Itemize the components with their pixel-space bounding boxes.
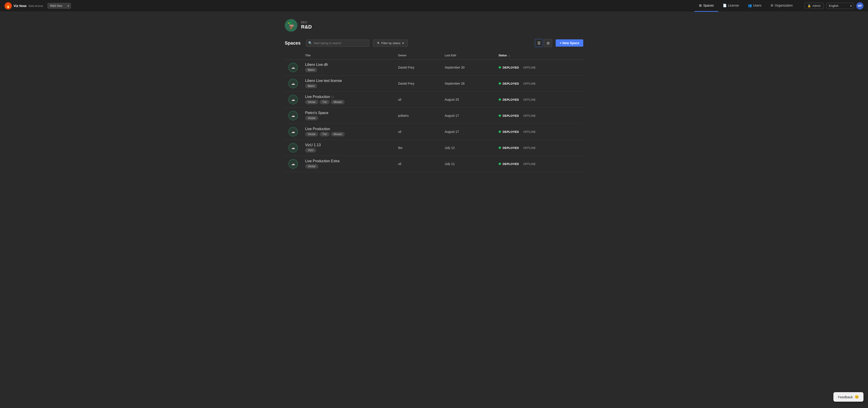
space-status-cell: DEPLOYED OFFLINE — [495, 92, 583, 108]
space-last-edit: July 12 — [441, 140, 495, 156]
status-dot — [499, 66, 501, 68]
admin-button[interactable]: 🔒 Admin — [804, 3, 824, 9]
language-selector-wrap[interactable]: English — [827, 3, 854, 9]
space-icon-cell: ☁ — [285, 92, 302, 108]
search-input[interactable] — [306, 39, 369, 47]
space-name-text: Pietro's Space — [305, 111, 329, 115]
nav-link-organization[interactable]: ⚙ Organization — [766, 0, 797, 12]
space-name-cell: Live ProductionVectarTrioMosart — [302, 124, 395, 140]
space-tags: Vectar — [305, 164, 391, 169]
env-selector-wrap[interactable]: R&D Dev Production Staging — [48, 3, 71, 9]
status-offline-label: OFFLINE — [523, 162, 536, 166]
top-navigation: 🔥 Viz Now Early Access R&D Dev Productio… — [0, 0, 868, 12]
space-status-cell: DEPLOYED OFFLINE — [495, 108, 583, 124]
space-status-cell: DEPLOYED OFFLINE — [495, 124, 583, 140]
status-deployed-label: DEPLOYED — [503, 82, 519, 85]
status-offline-label: OFFLINE — [523, 98, 536, 101]
nav-link-license[interactable]: 📄 License — [718, 0, 743, 12]
feedback-button[interactable]: Feedback 😊 — [833, 392, 864, 402]
list-view-button[interactable]: ☰ — [535, 39, 543, 47]
space-status-cell: DEPLOYED OFFLINE — [495, 156, 583, 172]
sort-arrow-icon: ↓ — [508, 54, 510, 57]
search-wrap: 🔍 — [306, 39, 369, 47]
nav-right: 🔒 Admin English WF — [804, 2, 864, 9]
space-tag: Vectar — [305, 116, 318, 120]
space-name-text: Live Production — [305, 127, 330, 131]
license-doc-icon: 📄 — [723, 4, 727, 7]
users-group-icon: 👥 — [748, 4, 752, 7]
org-name: R&D — [301, 24, 312, 30]
nav-links: ⊞ Spaces 📄 License 👥 Users ⚙ Organizatio… — [694, 0, 797, 12]
space-cloud-icon: ☁ — [288, 127, 298, 137]
space-last-edit: September 30 — [441, 60, 495, 76]
table-row[interactable]: ☁Live Production ExtraVectaruliJuly 11 D… — [285, 156, 583, 172]
space-status-cell: DEPLOYED OFFLINE — [495, 140, 583, 156]
table-row[interactable]: ☁Live ProductionVectarTrioMosartuliAugus… — [285, 124, 583, 140]
space-name-text: Live Production Extra — [305, 159, 339, 163]
table-row[interactable]: ☁Live Production⬡VectarTrioMosartuliAugu… — [285, 92, 583, 108]
status-deployed-label: DEPLOYED — [503, 114, 519, 117]
share-icon: ⬡ — [331, 95, 334, 99]
grid-view-button[interactable]: ⊞ — [544, 39, 552, 47]
env-selector[interactable]: R&D Dev Production Staging — [48, 3, 71, 9]
space-tag: Vectar — [305, 164, 318, 169]
spaces-title: Spaces — [285, 40, 301, 46]
status-offline-label: OFFLINE — [523, 114, 536, 117]
space-last-edit: August 25 — [441, 92, 495, 108]
org-icon: 🦆 — [285, 19, 298, 32]
brand-name: Viz Now — [13, 4, 27, 8]
language-selector[interactable]: English — [827, 3, 854, 9]
table-row[interactable]: ☁Pietro's SpaceVectarpribeiroAugust 17 D… — [285, 108, 583, 124]
space-name-cell: Live Production⬡VectarTrioMosart — [302, 92, 395, 108]
space-name-text: VizU 1.13 — [305, 143, 321, 147]
space-tag: Trio — [319, 100, 330, 104]
space-tag: Vectar — [305, 132, 318, 137]
status-dot — [499, 147, 501, 149]
space-last-edit: August 17 — [441, 108, 495, 124]
table-header-row: Title Owner Last Edit Status ↓ — [285, 52, 583, 60]
table-row[interactable]: ☁Libero Live dfrliberoDaniel FreySeptemb… — [285, 60, 583, 76]
space-name-cell: Libero Live dfrlibero — [302, 60, 395, 76]
viz-now-logo-icon: 🔥 — [4, 2, 12, 9]
space-name-text: Libero Live test license — [305, 79, 342, 83]
status-dot — [499, 163, 501, 165]
space-icon-cell: ☁ — [285, 60, 302, 76]
space-last-edit: August 17 — [441, 124, 495, 140]
new-space-button[interactable]: + New Space — [556, 39, 583, 47]
status-deployed-label: DEPLOYED — [503, 98, 519, 101]
user-avatar[interactable]: WF — [856, 2, 864, 9]
table-row[interactable]: ☁Libero Live test licenseliberoDaniel Fr… — [285, 76, 583, 92]
space-tags: Vectar — [305, 116, 391, 120]
space-status-cell: DEPLOYED OFFLINE — [495, 76, 583, 92]
search-icon: 🔍 — [308, 41, 312, 45]
nav-link-users[interactable]: 👥 Users — [743, 0, 766, 12]
space-owner: pribeiro — [395, 108, 441, 124]
space-icon-cell: ☁ — [285, 124, 302, 140]
brand-badge: Early Access — [29, 4, 43, 7]
status-offline-label: OFFLINE — [523, 146, 536, 150]
space-tags: VectarTrioMosart — [305, 100, 391, 104]
org-title-block: Dev R&D — [301, 21, 312, 30]
col-status[interactable]: Status ↓ — [495, 52, 583, 60]
status-deployed-label: DEPLOYED — [503, 162, 519, 166]
space-owner: Daniel Frey — [395, 76, 441, 92]
status-offline-label: OFFLINE — [523, 66, 536, 69]
space-name-cell: Live Production ExtraVectar — [302, 156, 395, 172]
lock-icon: 🔒 — [807, 4, 811, 7]
nav-link-spaces[interactable]: ⊞ Spaces — [694, 0, 718, 12]
org-subtitle: Dev — [301, 21, 312, 24]
space-name-text: Libero Live dfr — [305, 63, 328, 67]
table-row[interactable]: ☁VizU 1.13VizUtboJuly 12 DEPLOYED OFFLIN… — [285, 140, 583, 156]
status-offline-label: OFFLINE — [523, 82, 536, 85]
space-name-cell: VizU 1.13VizU — [302, 140, 395, 156]
space-icon-cell: ☁ — [285, 76, 302, 92]
main-content: 🦆 Dev R&D Spaces 🔍 ⚗ Filter by status ▾ … — [276, 12, 592, 179]
space-tags: VizU — [305, 148, 391, 152]
space-cloud-icon: ☁ — [288, 95, 298, 104]
space-owner: uli — [395, 124, 441, 140]
col-title: Title — [302, 52, 395, 60]
filter-by-status-button[interactable]: ⚗ Filter by status ▾ — [373, 39, 408, 47]
space-owner: uli — [395, 92, 441, 108]
space-name-text: Live Production — [305, 95, 330, 99]
space-tags: VectarTrioMosart — [305, 132, 391, 137]
